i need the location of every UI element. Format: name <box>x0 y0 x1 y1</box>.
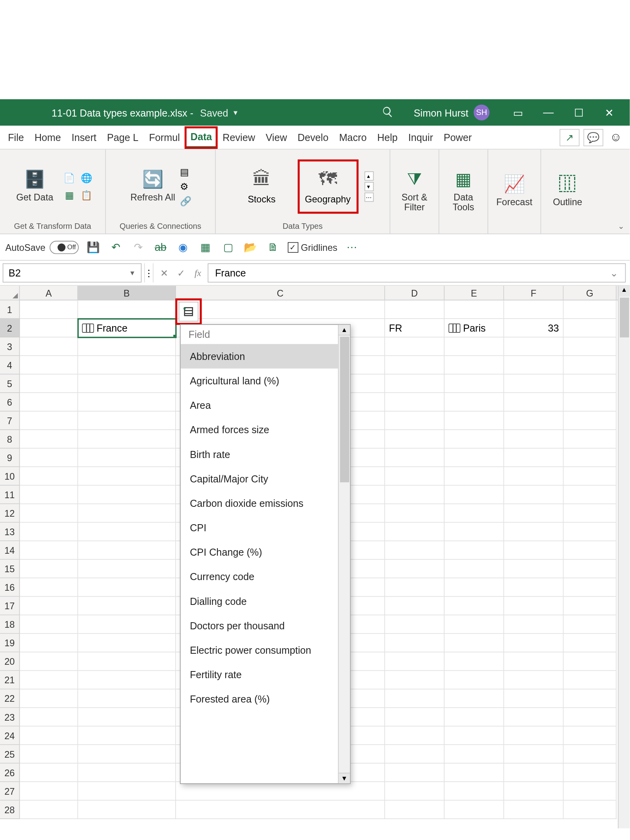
cell-F26[interactable] <box>504 764 563 782</box>
cell-A2[interactable] <box>20 319 78 337</box>
qat-customize-icon[interactable]: ⋯ <box>344 241 360 254</box>
cell-G28[interactable] <box>563 801 616 819</box>
cell-A25[interactable] <box>20 745 78 764</box>
data-tools-button[interactable]: ▦ Data Tools <box>443 161 483 221</box>
cell-D3[interactable] <box>385 337 445 356</box>
cell-D15[interactable] <box>385 560 445 578</box>
scroll-down-icon[interactable]: ▼ <box>339 773 350 783</box>
cell-B18[interactable] <box>78 615 176 634</box>
column-header-B[interactable]: B <box>78 286 176 300</box>
row-header-13[interactable]: 13 <box>0 523 20 541</box>
cell-A18[interactable] <box>20 615 78 634</box>
cell-G20[interactable] <box>563 652 616 671</box>
cell-E19[interactable] <box>445 634 504 652</box>
save-status-dropdown-icon[interactable]: ▼ <box>232 109 239 116</box>
cell-A9[interactable] <box>20 449 78 467</box>
cell-E2[interactable]: Paris <box>445 319 504 337</box>
tab-power[interactable]: Power <box>438 128 477 147</box>
cell-E23[interactable] <box>445 708 504 727</box>
cell-D18[interactable] <box>385 615 445 634</box>
cell-D4[interactable] <box>385 356 445 375</box>
cell-A22[interactable] <box>20 690 78 708</box>
cell-E14[interactable] <box>445 541 504 560</box>
cell-D21[interactable] <box>385 671 445 690</box>
cell-F25[interactable] <box>504 745 563 764</box>
cell-D22[interactable] <box>385 690 445 708</box>
tab-view[interactable]: View <box>260 128 292 147</box>
cell-A28[interactable] <box>20 801 78 819</box>
cell-D10[interactable] <box>385 467 445 486</box>
sort-filter-button[interactable]: ⧩ Sort & Filter <box>395 161 434 221</box>
cell-F7[interactable] <box>504 412 563 430</box>
cell-E7[interactable] <box>445 412 504 430</box>
minimize-button[interactable]: — <box>533 106 563 118</box>
cell-G13[interactable] <box>563 523 616 541</box>
cell-F5[interactable] <box>504 375 563 393</box>
cell-A20[interactable] <box>20 652 78 671</box>
cell-B23[interactable] <box>78 708 176 727</box>
cell-G18[interactable] <box>563 615 616 634</box>
row-header-26[interactable]: 26 <box>0 764 20 782</box>
redo-icon[interactable]: ↷ <box>130 241 146 254</box>
cell-A5[interactable] <box>20 375 78 393</box>
cell-D1[interactable] <box>385 300 445 319</box>
accept-formula-icon[interactable]: ✓ <box>177 268 185 278</box>
cell-E27[interactable] <box>445 782 504 801</box>
row-header-15[interactable]: 15 <box>0 560 20 578</box>
ribbon-display-icon[interactable]: ▭ <box>503 106 533 119</box>
cell-B12[interactable] <box>78 504 176 523</box>
row-header-10[interactable]: 10 <box>0 467 20 486</box>
cell-D12[interactable] <box>385 504 445 523</box>
cell-B7[interactable] <box>78 412 176 430</box>
cell-G24[interactable] <box>563 727 616 745</box>
field-item-forested-area[interactable]: Forested area (%) <box>181 687 338 711</box>
formula-expand-icon[interactable]: ⌄ <box>610 267 619 279</box>
cell-G27[interactable] <box>563 782 616 801</box>
row-header-18[interactable]: 18 <box>0 615 20 634</box>
cell-G2[interactable] <box>563 319 616 337</box>
share-button[interactable]: ↗ <box>560 129 579 146</box>
cell-D17[interactable] <box>385 597 445 615</box>
cell-E8[interactable] <box>445 430 504 449</box>
fx-icon[interactable]: fx <box>195 268 201 278</box>
cell-E6[interactable] <box>445 393 504 412</box>
cell-C28[interactable] <box>176 801 385 819</box>
save-status[interactable]: Saved <box>200 107 228 118</box>
field-item-cpi-change[interactable]: CPI Change (%) <box>181 540 338 564</box>
feedback-icon[interactable]: ☺ <box>607 130 624 144</box>
cell-E3[interactable] <box>445 337 504 356</box>
cell-E13[interactable] <box>445 523 504 541</box>
select-all-corner[interactable] <box>0 286 20 300</box>
cell-D5[interactable] <box>385 375 445 393</box>
cell-G26[interactable] <box>563 764 616 782</box>
cell-E26[interactable] <box>445 764 504 782</box>
field-item-capital-major-city[interactable]: Capital/Major City <box>181 466 338 491</box>
row-header-24[interactable]: 24 <box>0 727 20 745</box>
cell-D24[interactable] <box>385 727 445 745</box>
gridlines-toggle[interactable]: ✓Gridlines <box>287 242 337 252</box>
stocks-data-type[interactable]: 🏛 Stocks <box>232 160 291 213</box>
row-header-5[interactable]: 5 <box>0 375 20 393</box>
cell-A19[interactable] <box>20 634 78 652</box>
row-header-28[interactable]: 28 <box>0 801 20 819</box>
column-header-F[interactable]: F <box>504 286 563 300</box>
row-header-12[interactable]: 12 <box>0 504 20 523</box>
field-item-fertility-rate[interactable]: Fertility rate <box>181 662 338 687</box>
cell-A8[interactable] <box>20 430 78 449</box>
cell-F9[interactable] <box>504 449 563 467</box>
cell-A12[interactable] <box>20 504 78 523</box>
column-header-G[interactable]: G <box>563 286 616 300</box>
cell-D20[interactable] <box>385 652 445 671</box>
cell-G5[interactable] <box>563 375 616 393</box>
cell-F19[interactable] <box>504 634 563 652</box>
cell-B20[interactable] <box>78 652 176 671</box>
cell-B15[interactable] <box>78 560 176 578</box>
cell-G10[interactable] <box>563 467 616 486</box>
geography-data-type[interactable]: 🗺 Geography <box>298 160 358 213</box>
cell-G19[interactable] <box>563 634 616 652</box>
cell-E21[interactable] <box>445 671 504 690</box>
cell-D7[interactable] <box>385 412 445 430</box>
cell-C27[interactable] <box>176 782 385 801</box>
cell-F23[interactable] <box>504 708 563 727</box>
cell-B11[interactable] <box>78 486 176 504</box>
